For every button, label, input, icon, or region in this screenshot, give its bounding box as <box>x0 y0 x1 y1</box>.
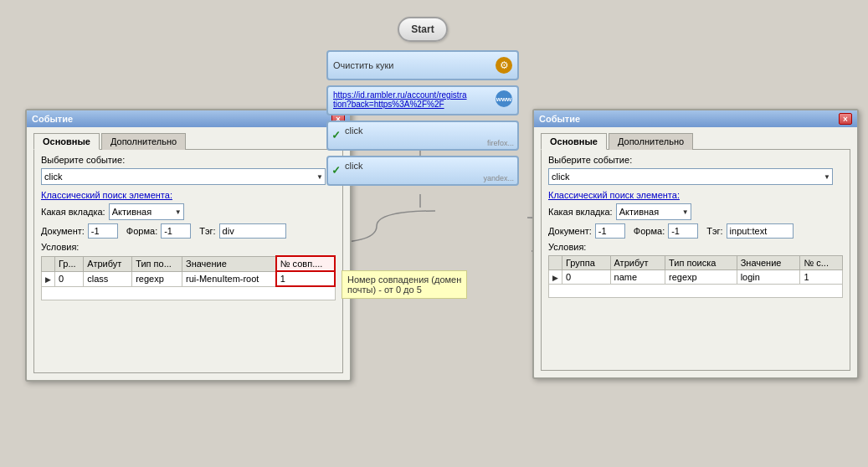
left-row-value: rui-MenuItem-root <box>182 271 276 286</box>
flow-node-3-label: click <box>345 126 362 136</box>
left-doc-label: Документ: <box>41 226 85 236</box>
right-row-match: 1 <box>800 270 843 285</box>
left-dialog-tabs: Основные Дополнительно <box>33 132 343 149</box>
flow-node-1-label: Очистить куки <box>333 60 393 70</box>
table-row: ▶ 0 class regexp rui-MenuItem-root 1 <box>42 271 336 286</box>
right-th-value: Значение <box>737 256 800 270</box>
left-th-value: Значение <box>182 256 276 271</box>
left-event-label: Выберите событие: <box>41 155 125 165</box>
left-dialog-titlebar: Событие × <box>27 110 350 127</box>
right-dialog-tabs: Основные Дополнительно <box>541 132 850 149</box>
right-dialog: Событие × Основные Дополнительно Выберит… <box>532 109 859 379</box>
flow-node-2-text: https://id.rambler.ru/account/registrati… <box>333 90 467 109</box>
left-form-label: Форма: <box>126 226 157 236</box>
left-row-attr: class <box>84 271 132 286</box>
left-empty-cell <box>42 286 336 300</box>
left-tab-label: Какая вкладка: <box>41 207 105 217</box>
left-event-select[interactable]: click <box>41 168 326 185</box>
right-tag-input[interactable] <box>727 223 794 239</box>
right-dialog-title: Событие <box>539 114 580 124</box>
right-conditions-table: Группа Атрибут Тип поиска Значение № с..… <box>548 255 843 298</box>
right-row-group: 0 <box>562 270 611 285</box>
right-tab-content: Выберите событие: click Классический пои… <box>541 149 850 371</box>
left-form-input[interactable]: -1 <box>161 223 191 239</box>
right-tag-label: Тэг: <box>706 226 722 236</box>
right-dialog-body: Основные Дополнительно Выберите событие:… <box>534 127 857 377</box>
flow-node-3[interactable]: ✓ click firefox... <box>326 121 519 151</box>
right-extra-space <box>548 298 843 365</box>
right-conditions-label: Условия: <box>548 242 586 252</box>
left-conditions-row: Условия: <box>41 242 336 252</box>
right-tab-label: Какая вкладка: <box>548 207 613 217</box>
table-row-empty <box>42 286 336 300</box>
right-empty-cell <box>549 285 843 298</box>
left-th-group: Гр... <box>55 256 84 271</box>
check-icon-3: ✓ <box>331 129 341 141</box>
flow-node-1[interactable]: Очистить куки ⚙ <box>326 50 519 80</box>
right-doc-label: Документ: <box>548 226 592 236</box>
table-row: ▶ 0 name regexp login 1 <box>549 270 843 285</box>
left-row-expand: ▶ <box>42 271 55 286</box>
right-form-input[interactable] <box>668 223 698 239</box>
left-tab-additional[interactable]: Дополнительно <box>101 133 186 150</box>
right-tab-select-wrapper: Активная <box>616 203 691 220</box>
flow-node-4-label: click <box>345 161 362 171</box>
right-tab-main[interactable]: Основные <box>541 133 607 150</box>
right-tab-select[interactable]: Активная <box>616 203 691 220</box>
start-node-container: Start <box>326 17 519 42</box>
left-tag-input[interactable] <box>219 223 286 239</box>
left-row-group: 0 <box>55 271 84 286</box>
right-conditions-row: Условия: <box>548 242 843 252</box>
right-th-expand <box>549 256 562 270</box>
flow-node-4[interactable]: ✓ click yandex... <box>326 156 519 186</box>
left-th-expand <box>42 256 55 271</box>
right-search-label[interactable]: Классический поиск элемента: <box>548 190 680 200</box>
left-row-match: 1 <box>276 271 335 286</box>
annotation-box: Номер совпадения (домен почты) - от 0 до… <box>342 270 467 299</box>
left-tab-select[interactable]: Активная <box>109 203 184 220</box>
left-search-row: Классический поиск элемента: <box>41 190 336 200</box>
left-dialog: Событие × Основные Дополнительно Выберит… <box>25 109 352 382</box>
left-event-select-wrapper: click <box>41 168 326 185</box>
right-tab-row: Какая вкладка: Активная <box>548 203 843 220</box>
right-event-row: Выберите событие: <box>548 155 843 165</box>
right-row-value: login <box>737 270 800 285</box>
left-doc-input[interactable]: -1 <box>88 223 118 239</box>
right-event-select[interactable]: click <box>548 168 833 185</box>
left-event-select-row: click <box>41 168 336 185</box>
flow-area: Start Очистить куки ⚙ https://id.rambler… <box>326 17 519 191</box>
left-th-match: № совп.... <box>276 256 335 271</box>
flow-node-3-right: firefox... <box>487 139 514 147</box>
right-th-match: № с... <box>800 256 843 270</box>
left-event-row: Выберите событие: <box>41 155 336 165</box>
www-icon: www <box>496 90 512 107</box>
flow-node-4-right: yandex... <box>483 174 514 182</box>
left-tab-content: Выберите событие: click Классический пои… <box>33 149 343 373</box>
left-tag-label: Тэг: <box>199 226 215 236</box>
right-tab-additional[interactable]: Дополнительно <box>609 133 693 150</box>
right-row-attr: name <box>610 270 665 285</box>
left-tab-main[interactable]: Основные <box>33 133 100 150</box>
left-th-attr: Атрибут <box>84 256 132 271</box>
left-conditions-table: Гр... Атрибут Тип по... Значение № совп.… <box>41 255 336 300</box>
right-th-type: Тип поиска <box>665 256 737 270</box>
left-row-type: regexp <box>132 271 182 286</box>
check-icon-4: ✓ <box>331 164 341 177</box>
right-dialog-close[interactable]: × <box>839 113 852 125</box>
flow-node-2[interactable]: https://id.rambler.ru/account/registrati… <box>326 85 519 115</box>
left-conditions-label: Условия: <box>41 242 79 252</box>
right-row-type: regexp <box>665 270 737 285</box>
left-tab-select-wrapper: Активная <box>109 203 184 220</box>
left-doc-row: Документ: -1 Форма: -1 Тэг: <box>41 223 336 239</box>
right-event-select-row: click <box>548 168 843 185</box>
right-search-row: Классический поиск элемента: <box>548 190 843 200</box>
right-event-select-wrapper: click <box>548 168 833 185</box>
right-form-label: Форма: <box>634 226 665 236</box>
right-row-expand: ▶ <box>549 270 562 285</box>
right-th-group: Группа <box>562 256 611 270</box>
left-extra-space <box>41 300 336 367</box>
left-search-label[interactable]: Классический поиск элемента: <box>41 190 172 200</box>
gear-icon: ⚙ <box>496 57 512 74</box>
right-doc-input[interactable] <box>595 223 625 239</box>
left-dialog-title: Событие <box>32 114 73 124</box>
